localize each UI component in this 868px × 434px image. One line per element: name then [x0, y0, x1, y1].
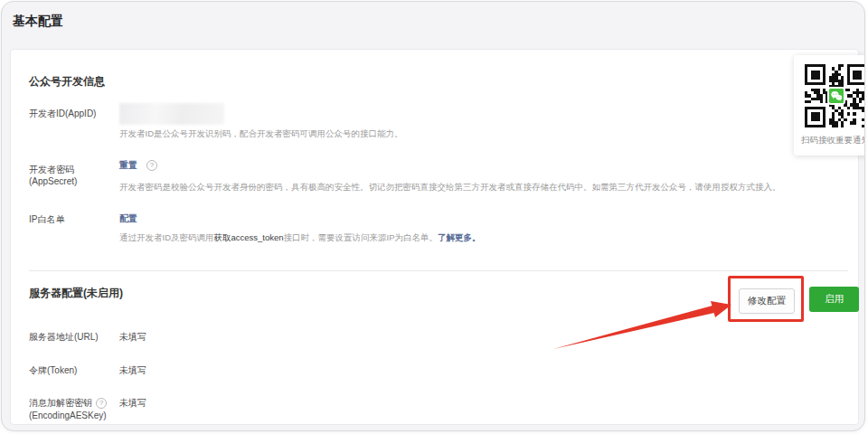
section-title-server-config: 服务器配置(未启用)	[29, 286, 123, 301]
aeskey-value: 未填写	[119, 397, 146, 410]
qr-panel: 扫码接收重要通知	[794, 55, 865, 156]
appsecret-reset-link[interactable]: 重置	[119, 159, 137, 172]
ip-desc-prefix: 通过开发者ID及密码调用	[119, 232, 214, 242]
section-title-dev-info: 公众号开发信息	[29, 74, 105, 90]
appid-value-redacted	[119, 103, 224, 125]
server-url-value: 未填写	[119, 331, 146, 344]
appid-desc: 开发者ID是公众号开发识别码，配合开发者密码可调用公众号的接口能力。	[119, 128, 403, 140]
basic-config-window: 基本配置 公众号开发信息 开发者ID(AppID) 开发者ID是公众号开发识别码…	[1, 1, 865, 431]
wechat-logo-icon	[827, 87, 845, 105]
appsecret-label-en: (AppSecret)	[29, 176, 77, 186]
appsecret-desc: 开发者密码是校验公众号开发者身份的密码，具有极高的安全性。切记勿把密码直接交给第…	[119, 182, 781, 193]
learn-more-link[interactable]: 了解更多。	[438, 232, 481, 242]
token-value: 未填写	[119, 364, 146, 377]
section-divider	[29, 270, 848, 271]
ip-desc-suffix: 接口时，需要设置访问来源IP为白名单。	[284, 232, 438, 242]
token-label: 令牌(Token)	[29, 364, 77, 377]
enable-button[interactable]: 启用	[809, 287, 859, 312]
appsecret-label: 开发者密码	[29, 164, 74, 176]
ip-whitelist-desc: 通过开发者ID及密码调用获取access_token接口时，需要设置访问来源IP…	[119, 232, 481, 244]
modify-config-button[interactable]: 修改配置	[739, 288, 795, 314]
ip-whitelist-label: IP白名单	[29, 213, 64, 226]
server-url-label: 服务器地址(URL)	[29, 331, 99, 344]
qr-caption: 扫码接收重要通知	[801, 135, 865, 146]
help-icon[interactable]: ?	[146, 160, 157, 171]
aeskey-label: 消息加解密密钥?	[29, 397, 107, 410]
ip-configure-link[interactable]: 配置	[119, 212, 137, 225]
help-icon[interactable]: ?	[96, 398, 107, 409]
aeskey-label-en: (EncodingAESKey)	[29, 410, 107, 420]
appid-label: 开发者ID(AppID)	[29, 108, 96, 120]
page-title: 基本配置	[13, 14, 63, 30]
ip-desc-access-token: 获取access_token	[214, 232, 284, 242]
